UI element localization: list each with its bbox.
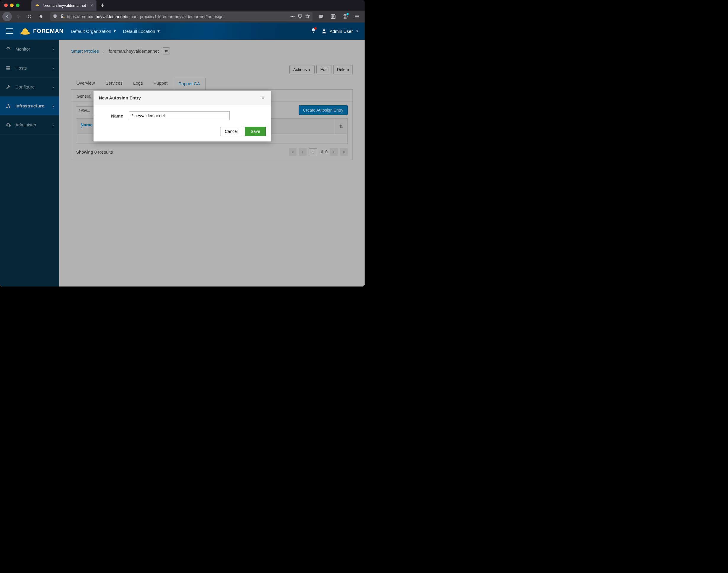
name-label: Name (99, 113, 123, 118)
svg-point-7 (323, 29, 325, 31)
brand-logo[interactable]: FOREMAN (20, 27, 64, 35)
cancel-button[interactable]: Cancel (220, 127, 242, 136)
notifications-bell[interactable] (311, 28, 316, 34)
modal-title: New Autosign Entry (99, 95, 141, 100)
autosign-modal: New Autosign Entry × Name Cancel Save (94, 91, 271, 142)
nav-home-button[interactable] (36, 12, 46, 21)
shield-icon (53, 14, 57, 19)
reader-view-icon[interactable] (329, 12, 337, 21)
url-bar[interactable]: https://foreman.heyvaldemar.net/smart_pr… (50, 12, 313, 21)
chevron-down-icon: ▾ (114, 29, 116, 34)
window-titlebar: foreman.heyvaldemar.net × + (0, 0, 365, 11)
new-tab-button[interactable]: + (97, 1, 109, 9)
nav-forward-button[interactable] (14, 12, 23, 21)
notification-dot (314, 27, 317, 30)
library-icon[interactable] (317, 12, 325, 21)
browser-tab-title: foreman.heyvaldemar.net (43, 3, 86, 8)
name-input[interactable] (129, 111, 230, 120)
app-menu-icon[interactable] (353, 12, 361, 21)
close-icon[interactable]: × (260, 95, 266, 101)
meatball-icon[interactable]: ••• (290, 14, 295, 19)
nav-toggle-button[interactable] (6, 28, 13, 35)
svg-marker-1 (63, 16, 64, 18)
bookmark-star-icon[interactable] (305, 14, 310, 19)
window-maximize-dot[interactable] (16, 4, 19, 7)
save-button[interactable]: Save (245, 127, 266, 136)
nav-reload-button[interactable] (25, 12, 34, 21)
modal-overlay[interactable]: New Autosign Entry × Name Cancel Save (0, 22, 365, 286)
browser-tab[interactable]: foreman.heyvaldemar.net × (32, 0, 97, 11)
hat-icon (20, 27, 30, 35)
browser-toolbar: https://foreman.heyvaldemar.net/smart_pr… (0, 11, 365, 22)
chevron-down-icon: ▾ (157, 29, 160, 34)
caret-down-icon: ▼ (356, 30, 359, 33)
user-menu[interactable]: Admin User ▼ (321, 29, 359, 34)
favicon-hat-icon (35, 3, 40, 8)
svg-point-4 (345, 15, 346, 17)
location-selector[interactable]: Default Location ▾ (123, 29, 160, 34)
window-minimize-dot[interactable] (10, 4, 14, 7)
org-selector[interactable]: Default Organization ▾ (71, 29, 116, 34)
pocket-icon[interactable] (298, 14, 303, 19)
brand-text: FOREMAN (33, 28, 64, 34)
lock-warning-icon (60, 14, 64, 19)
nav-back-button[interactable] (2, 12, 12, 21)
url-text: https://foreman.heyvaldemar.net/smart_pr… (67, 14, 288, 19)
svg-rect-0 (36, 6, 39, 6)
account-icon[interactable] (341, 12, 349, 21)
window-close-dot[interactable] (4, 4, 8, 7)
tab-close-icon[interactable]: × (90, 3, 93, 8)
